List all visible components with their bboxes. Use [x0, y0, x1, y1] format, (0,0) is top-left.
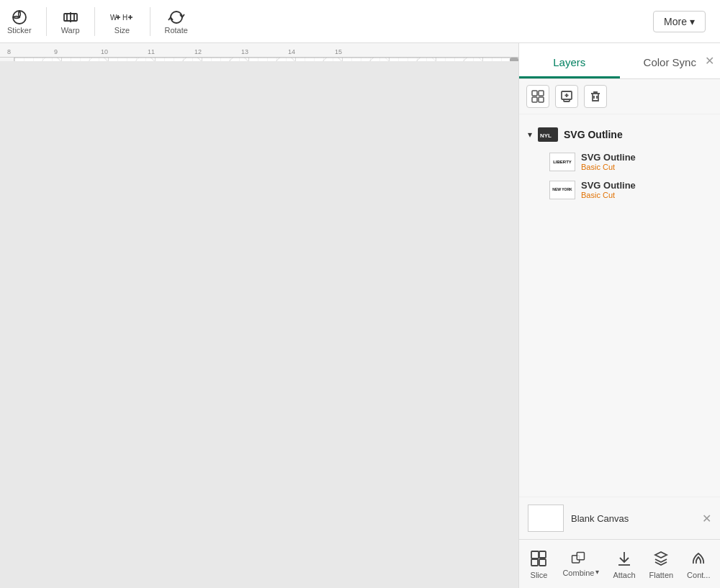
- layers-content: ▾ NYL SVG Outline LIBERTY SVG Outline: [519, 114, 720, 497]
- group-layers-button[interactable]: [526, 85, 549, 108]
- ruler-mark: 12: [194, 48, 241, 55]
- size-tool[interactable]: W H Size: [109, 9, 135, 35]
- sticker-tool[interactable]: Sticker: [7, 9, 32, 35]
- layer-item-info-1: SVG Outline Basic Cut: [581, 152, 711, 171]
- layer-group: ▾ NYL SVG Outline LIBERTY SVG Outline: [519, 122, 720, 209]
- layer-item[interactable]: LIBERTY SVG Outline Basic Cut: [528, 148, 711, 176]
- panel-bottom-toolbar: Slice Combine ▾: [519, 539, 720, 588]
- warp-label: Warp: [61, 26, 80, 35]
- canvas-body: NEW YORK LIBERTY: [0, 58, 518, 61]
- layer-item-sub-1: Basic Cut: [581, 163, 711, 171]
- blank-canvas-thumbnail: [528, 505, 564, 532]
- slice-label: Slice: [531, 571, 548, 579]
- tab-layers[interactable]: Layers: [519, 43, 620, 78]
- layer-group-thumbnail: NYL: [538, 127, 558, 142]
- combine-label: Combine: [562, 569, 594, 577]
- scrollbar-vertical[interactable]: [510, 58, 518, 61]
- svg-rect-12: [539, 551, 546, 558]
- ruler-mark: 14: [288, 48, 335, 55]
- scrollbar-thumb[interactable]: [510, 58, 518, 61]
- panel-toolbar: [519, 79, 720, 114]
- svg-rect-14: [539, 559, 546, 566]
- ruler-horizontal: 8 9 10 11 12 13 14 15: [0, 43, 518, 58]
- attach-button[interactable]: Attach: [607, 546, 641, 582]
- layer-item-sub-2: Basic Cut: [581, 191, 711, 199]
- ruler-h-inner: 8 9 10 11 12 13 14 15: [0, 48, 382, 55]
- chevron-down-icon: ▾: [528, 130, 532, 140]
- canvas-area: 8 9 10 11 12 13 14 15 NEW YORK: [0, 43, 518, 588]
- add-icon: [560, 90, 573, 103]
- ruler-mark: 8: [7, 48, 54, 55]
- divider: [94, 7, 95, 36]
- color-sync-close[interactable]: ✕: [705, 55, 714, 67]
- slice-button[interactable]: Slice: [523, 546, 554, 582]
- right-panel: Layers Color Sync ✕: [518, 43, 720, 588]
- layer-item-name-1: SVG Outline: [581, 152, 711, 163]
- add-layer-button[interactable]: [555, 85, 578, 108]
- contour-button[interactable]: Cont...: [681, 546, 716, 582]
- sticker-label: Sticker: [7, 26, 32, 35]
- rotate-icon: [168, 9, 185, 26]
- svg-rect-6: [532, 97, 537, 102]
- slice-icon: [528, 548, 549, 569]
- ruler-mark: 15: [335, 48, 382, 55]
- svg-text:NYL: NYL: [540, 132, 552, 139]
- rotate-tool[interactable]: Rotate: [165, 9, 188, 35]
- ruler-mark: 13: [241, 48, 288, 55]
- blank-canvas-section: Blank Canvas ✕: [519, 497, 720, 539]
- svg-rect-7: [539, 97, 544, 102]
- layer-item[interactable]: NEW YORK SVG Outline Basic Cut: [528, 176, 711, 204]
- more-button[interactable]: More ▾: [653, 11, 706, 32]
- size-icon: W H: [109, 9, 135, 26]
- flatten-label: Flatten: [649, 571, 674, 579]
- sticker-icon: [11, 9, 28, 26]
- delete-icon: [589, 90, 602, 103]
- layer-thumb-2: NEW YORK: [549, 181, 575, 199]
- flatten-icon: [651, 548, 671, 569]
- combine-arrow-icon: ▾: [595, 568, 599, 576]
- combine-button[interactable]: Combine ▾: [557, 548, 605, 580]
- blank-canvas-close[interactable]: ✕: [702, 512, 711, 525]
- combine-icon: [570, 551, 586, 566]
- more-label: More: [664, 16, 687, 27]
- canvas-grid[interactable]: NEW YORK LIBERTY: [14, 58, 510, 61]
- svg-rect-9: [564, 99, 570, 101]
- ruler-mark: 11: [148, 48, 194, 55]
- attach-icon: [614, 548, 634, 569]
- main-toolbar: Sticker Warp W H Size: [0, 0, 720, 43]
- flatten-button[interactable]: Flatten: [644, 546, 680, 582]
- divider: [150, 7, 150, 36]
- delete-layer-button[interactable]: [584, 85, 607, 108]
- layer-item-name-2: SVG Outline: [581, 180, 711, 191]
- more-arrow: ▾: [690, 16, 695, 27]
- rotate-label: Rotate: [165, 26, 188, 35]
- layer-thumb-text-1: LIBERTY: [553, 160, 572, 164]
- layer-group-title: SVG Outline: [564, 129, 623, 140]
- contour-icon: [688, 548, 708, 569]
- ruler-mark: 9: [54, 48, 101, 55]
- contour-label: Cont...: [687, 571, 710, 579]
- svg-rect-16: [577, 553, 585, 560]
- canvas-wrapper: 8 9 10 11 12 13 14 15 NEW YORK: [0, 43, 518, 61]
- panel-tabs: Layers Color Sync ✕: [519, 43, 720, 79]
- size-label: Size: [114, 26, 130, 35]
- layer-group-header[interactable]: ▾ NYL SVG Outline: [528, 127, 711, 142]
- svg-text:H: H: [122, 14, 127, 22]
- svg-rect-13: [531, 559, 538, 566]
- blank-canvas-label: Blank Canvas: [571, 513, 629, 524]
- group-icon: [531, 90, 544, 103]
- warp-tool[interactable]: Warp: [61, 9, 80, 35]
- divider: [46, 7, 47, 36]
- svg-rect-4: [532, 91, 537, 96]
- layer-thumb-1: LIBERTY: [549, 153, 575, 171]
- layer-thumb-text-2: NEW YORK: [552, 188, 572, 191]
- attach-label: Attach: [613, 571, 635, 579]
- tab-color-sync[interactable]: Color Sync ✕: [620, 43, 721, 78]
- svg-rect-11: [531, 551, 539, 558]
- ruler-mark: 10: [101, 48, 148, 55]
- group-thumb-svg: NYL: [539, 130, 557, 140]
- warp-icon: [62, 9, 79, 26]
- svg-rect-5: [539, 91, 544, 96]
- layer-item-info-2: SVG Outline Basic Cut: [581, 180, 711, 199]
- main-area: 8 9 10 11 12 13 14 15 NEW YORK: [0, 43, 720, 588]
